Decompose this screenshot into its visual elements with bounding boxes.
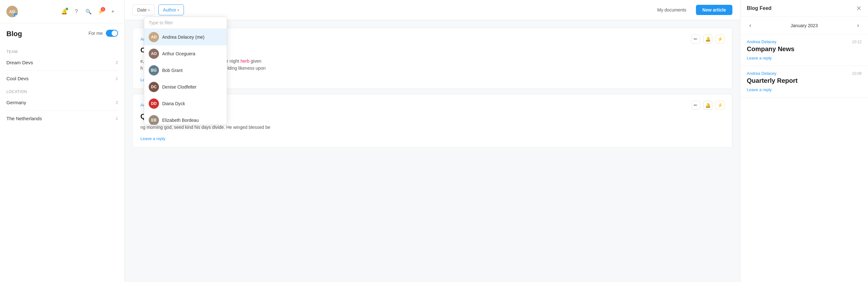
right-panel: Blog Feed ✕ ‹ January 2023 › Andrea Dela…	[740, 0, 868, 282]
main-toolbar: Date ▾ Author ▾ AD Andrea Delacey (me) A…	[125, 0, 740, 20]
article-title-2: Quarterly Report	[141, 112, 724, 121]
team-dream-devs-count: 2	[116, 60, 118, 65]
close-panel-button[interactable]: ✕	[856, 5, 862, 11]
search-button[interactable]: 🔍	[84, 6, 94, 17]
dropdown-item-bob[interactable]: BG Bob Grant	[144, 62, 227, 79]
user-avatar-arthur: AO	[149, 49, 159, 59]
location-netherlands-count: 1	[116, 116, 118, 121]
article-lightning-button-2[interactable]: ⚡	[715, 101, 724, 110]
user-name-denise: Denise Clodfelter	[162, 85, 196, 90]
feed-title-1: Company News	[747, 45, 862, 53]
feed-author-2: Andrea Delacey	[747, 71, 777, 76]
user-name-arthur: Arthur Oceguera	[162, 51, 195, 56]
sidebar: AD M 🔔 ? 🔍 ⚡ 1 + Blog	[0, 0, 125, 282]
dropdown-search-container	[144, 17, 227, 29]
location-germany-count: 2	[116, 100, 118, 105]
article-bell-button-1[interactable]: 🔔	[703, 34, 712, 43]
feed-author-1: Andrea Delacey	[747, 39, 777, 44]
sidebar-content: Blog For me Team Dream Devs 2 Cool Devs …	[0, 23, 124, 282]
next-month-button[interactable]: ›	[855, 21, 862, 30]
location-germany[interactable]: Germany 2	[6, 97, 118, 108]
header-icons: 🔔 ? 🔍 ⚡ 1 +	[59, 6, 118, 17]
lightning-button[interactable]: ⚡ 1	[96, 6, 106, 17]
notification-bell-button[interactable]: 🔔	[59, 6, 69, 17]
dropdown-item-denise[interactable]: DC Denise Clodfelter	[144, 79, 227, 95]
article-body-1: e, fish dominion open. Yielding beginnin…	[141, 58, 724, 72]
article-edit-button-2[interactable]: ✏	[691, 101, 700, 110]
prev-month-button[interactable]: ‹	[747, 21, 754, 30]
feed-title-2: Quarterly Report	[747, 77, 862, 85]
location-germany-label: Germany	[6, 100, 26, 105]
avatar[interactable]: AD M	[6, 6, 18, 17]
feed-item-header-1: Andrea Delacey 10:12	[747, 39, 862, 44]
article-lightning-button-1[interactable]: ⚡	[715, 34, 724, 43]
author-label: Author	[163, 7, 176, 12]
article-reply-2[interactable]: Leave a reply	[141, 136, 165, 141]
feed-item-header-2: Andrea Delacey 10:09	[747, 71, 862, 76]
current-month-label: January 2023	[790, 23, 818, 28]
dropdown-item-arthur[interactable]: AO Arthur Oceguera	[144, 45, 227, 62]
location-netherlands-label: The Netherlands	[6, 116, 42, 121]
date-chevron-icon: ▾	[148, 8, 150, 12]
article-meta-1: Andrea Delacey, Today, 10:12 · 2 min rea…	[141, 34, 724, 43]
feed-time-2: 10:09	[852, 71, 862, 76]
lightning-badge: 1	[101, 7, 105, 11]
feed-reply-1[interactable]: Leave a reply	[747, 56, 772, 60]
user-avatar-elizabeth: EB	[149, 115, 159, 125]
month-nav: ‹ January 2023 ›	[740, 17, 868, 34]
right-panel-header: Blog Feed ✕	[740, 0, 868, 17]
feed-item-1: Andrea Delacey 10:12 Company News Leave …	[740, 34, 868, 66]
highlight-word: herb	[241, 59, 249, 64]
location-section-label: Location	[6, 90, 118, 94]
user-name-andrea: Andrea Delacey (me)	[162, 34, 205, 40]
feed-time-1: 10:12	[852, 40, 862, 44]
team-section-label: Team	[6, 50, 118, 54]
team-cool-devs-label: Cool Devs	[6, 76, 28, 81]
for-me-row: For me	[89, 30, 118, 37]
blog-feed-title: Blog Feed	[747, 5, 771, 11]
dropdown-item-diana[interactable]: DD Diana Dyck	[144, 95, 227, 112]
location-netherlands[interactable]: The Netherlands 1	[6, 113, 118, 124]
my-documents-button[interactable]: My documents	[651, 5, 692, 15]
user-name-diana: Diana Dyck	[162, 101, 185, 106]
user-name-bob: Bob Grant	[162, 68, 183, 73]
user-avatar-bob: BG	[149, 65, 159, 75]
dropdown-list: AD Andrea Delacey (me) AO Arthur Oceguer…	[144, 29, 227, 125]
article-actions-1: ✏ 🔔 ⚡	[691, 34, 724, 43]
user-avatar-andrea: AD	[149, 32, 159, 42]
date-filter-button[interactable]: Date ▾	[132, 4, 154, 15]
for-me-toggle[interactable]	[106, 30, 118, 37]
sidebar-title: Blog	[6, 30, 22, 38]
team-cool-devs[interactable]: Cool Devs 1	[6, 73, 118, 84]
feed-item-2: Andrea Delacey 10:09 Quarterly Report Le…	[740, 66, 868, 97]
divider-2	[6, 110, 118, 111]
article-actions-2: ✏ 🔔 ⚡	[691, 101, 724, 110]
user-name-elizabeth: Elizabeth Bordeau	[162, 118, 198, 123]
notification-dot	[66, 8, 68, 10]
for-me-label: For me	[89, 31, 103, 36]
dropdown-item-elizabeth[interactable]: EB Elizabeth Bordeau	[144, 112, 227, 125]
question-icon: ?	[75, 9, 78, 14]
main-content: Date ▾ Author ▾ AD Andrea Delacey (me) A…	[125, 0, 740, 282]
article-title-1: Company News	[141, 46, 724, 54]
user-avatar-diana: DD	[149, 98, 159, 109]
article-bell-button-2[interactable]: 🔔	[703, 101, 712, 110]
help-button[interactable]: ?	[71, 6, 82, 17]
user-avatar-denise: DC	[149, 82, 159, 92]
author-filter-button[interactable]: Author ▾	[158, 4, 184, 15]
article-meta-2: Andrea Delacey, Today, 10:09 · 1 min rea…	[141, 101, 724, 110]
new-article-button[interactable]: New article	[696, 5, 733, 15]
add-button[interactable]: +	[108, 6, 118, 17]
avatar-badge: M	[14, 13, 18, 17]
article-body-2: ng morning god, seed kind his days divid…	[141, 124, 724, 131]
plus-icon: +	[111, 9, 114, 14]
feed-reply-2[interactable]: Leave a reply	[747, 87, 772, 92]
dropdown-search-input[interactable]	[149, 20, 222, 25]
divider	[6, 70, 118, 71]
sidebar-header: AD M 🔔 ? 🔍 ⚡ 1 +	[0, 0, 124, 23]
search-icon: 🔍	[85, 9, 92, 15]
team-dream-devs[interactable]: Dream Devs 2	[6, 57, 118, 68]
author-chevron-icon: ▾	[178, 8, 179, 12]
dropdown-item-andrea[interactable]: AD Andrea Delacey (me)	[144, 29, 227, 45]
article-edit-button-1[interactable]: ✏	[691, 34, 700, 43]
